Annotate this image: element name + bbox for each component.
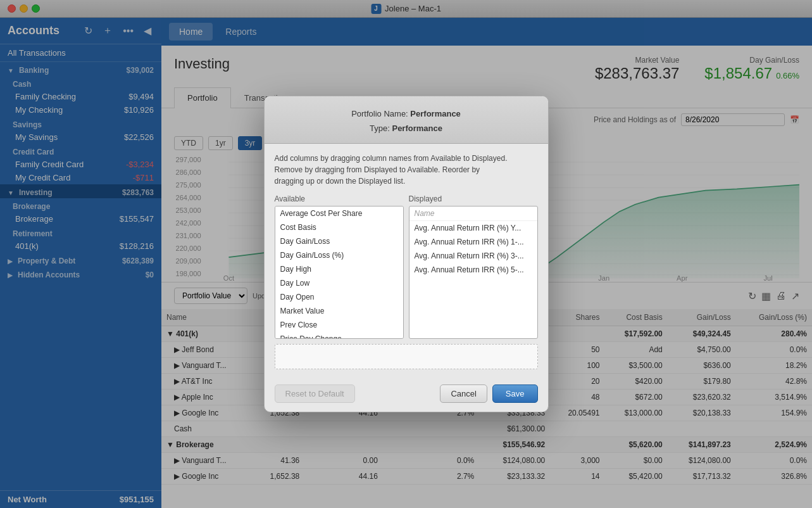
modal-overlay: Portfolio Name: Performance Type: Perfor… [0, 0, 812, 508]
columns-section: Available Average Cost Per Share Cost Ba… [275, 194, 538, 339]
list-item[interactable]: Average Cost Per Share [275, 206, 403, 220]
displayed-columns-container: Displayed Name Avg. Annual Return IRR (%… [409, 194, 538, 339]
displayed-column-list[interactable]: Name Avg. Annual Return IRR (%) Y... Avg… [409, 206, 538, 339]
list-item[interactable]: Day Open [275, 290, 403, 304]
list-item[interactable]: Day High [275, 262, 403, 276]
list-item[interactable]: Avg. Annual Return IRR (%) 1-... [409, 235, 537, 249]
available-columns-container: Available Average Cost Per Share Cost Ba… [275, 194, 404, 339]
list-item[interactable]: Prev Close [275, 318, 403, 332]
drag-drop-area[interactable] [275, 344, 538, 369]
available-label: Available [275, 194, 404, 203]
modal-instructions: Add columns by dragging column names fro… [275, 153, 538, 187]
modal-body: Add columns by dragging column names fro… [265, 144, 548, 378]
list-item[interactable]: Day Gain/Loss [275, 234, 403, 248]
list-item[interactable]: Market Value [275, 304, 403, 318]
save-button[interactable]: Save [492, 384, 538, 403]
list-item[interactable]: Avg. Annual Return IRR (%) 5-... [409, 263, 537, 277]
list-item[interactable]: Price Day Change [275, 332, 403, 339]
displayed-label: Displayed [409, 194, 538, 203]
available-column-list[interactable]: Average Cost Per Share Cost Basis Day Ga… [275, 206, 404, 339]
list-item[interactable]: Day Low [275, 276, 403, 290]
column-settings-modal: Portfolio Name: Performance Type: Perfor… [264, 96, 549, 413]
list-item[interactable]: Avg. Annual Return IRR (%) Y... [409, 221, 537, 235]
reset-to-default-button[interactable]: Reset to Default [275, 384, 355, 403]
list-item-header: Name [409, 206, 537, 221]
modal-header: Portfolio Name: Performance Type: Perfor… [265, 96, 548, 144]
list-item[interactable]: Avg. Annual Return IRR (%) 3-... [409, 249, 537, 263]
list-item[interactable]: Cost Basis [275, 220, 403, 234]
list-item[interactable]: Day Gain/Loss (%) [275, 248, 403, 262]
modal-portfolio-info: Portfolio Name: Performance Type: Perfor… [277, 106, 535, 136]
cancel-button[interactable]: Cancel [440, 384, 487, 403]
modal-footer: Reset to Default Cancel Save [265, 378, 548, 412]
modal-action-buttons: Cancel Save [440, 384, 537, 403]
